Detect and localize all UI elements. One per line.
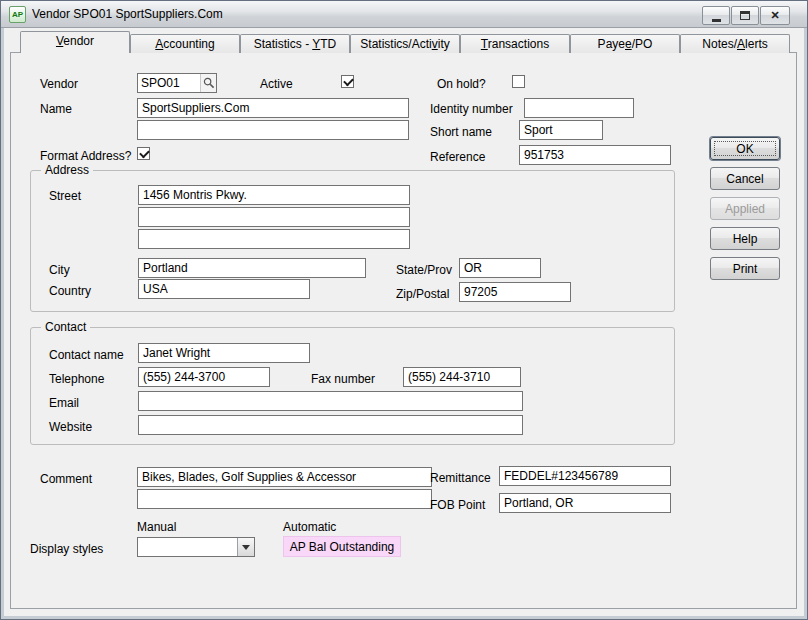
cancel-button[interactable]: Cancel — [710, 167, 780, 190]
close-icon — [770, 7, 779, 24]
close-button[interactable] — [760, 6, 790, 25]
email-label: Email — [49, 396, 79, 410]
identity-number-label: Identity number — [430, 102, 513, 116]
street-label: Street — [49, 189, 81, 203]
automatic-label: Automatic — [283, 520, 336, 534]
zip-postal-input[interactable] — [459, 282, 571, 302]
street-line3-input[interactable] — [138, 229, 410, 249]
format-address-checkbox[interactable] — [137, 147, 150, 160]
on-hold-label: On hold? — [437, 77, 486, 91]
minimize-icon — [712, 19, 721, 22]
titlebar: AP Vendor SPO01 SportSuppliers.Com — [1, 1, 807, 28]
city-label: City — [49, 263, 70, 277]
name-label: Name — [40, 102, 72, 116]
address-group: Address Street City State/Prov Country Z… — [30, 170, 675, 312]
help-button[interactable]: Help — [710, 227, 780, 250]
reference-input[interactable] — [519, 145, 671, 165]
vendor-code-field[interactable] — [137, 73, 217, 93]
automatic-style-value: AP Bal Outstanding — [283, 536, 401, 557]
telephone-input[interactable] — [138, 367, 270, 387]
manual-style-select[interactable] — [137, 537, 255, 557]
contact-legend: Contact — [41, 321, 90, 334]
comment-line2-input[interactable] — [137, 489, 432, 509]
vendor-label: Vendor — [40, 77, 78, 91]
print-button[interactable]: Print — [710, 257, 780, 280]
fax-number-input[interactable] — [403, 367, 521, 387]
country-input[interactable] — [138, 279, 310, 299]
city-input[interactable] — [138, 258, 366, 278]
maximize-icon — [740, 11, 750, 20]
contact-name-label: Contact name — [49, 348, 124, 362]
tab-vendor[interactable]: Vendor — [20, 31, 130, 53]
state-prov-label: State/Prov — [396, 263, 452, 277]
comment-label: Comment — [40, 472, 92, 486]
tab-statistics-ytd[interactable]: Statistics - YTD — [240, 34, 350, 53]
tab-payee-po[interactable]: Payee/PO — [570, 34, 680, 53]
fob-point-input[interactable] — [499, 493, 671, 513]
short-name-input[interactable] — [519, 120, 603, 140]
reference-label: Reference — [430, 150, 485, 164]
vendor-input[interactable] — [138, 74, 200, 92]
applied-button: Applied — [710, 197, 780, 220]
chevron-down-icon — [242, 545, 250, 550]
vendor-window: AP Vendor SPO01 SportSuppliers.Com Vendo… — [0, 0, 808, 620]
tab-notes-alerts[interactable]: Notes/Alerts — [680, 34, 790, 53]
website-label: Website — [49, 420, 92, 434]
minimize-button[interactable] — [702, 6, 730, 25]
format-address-label: Format Address? — [40, 149, 131, 163]
ok-button[interactable]: OK — [710, 137, 780, 160]
telephone-label: Telephone — [49, 372, 104, 386]
state-prov-input[interactable] — [459, 258, 541, 278]
tab-transactions[interactable]: Transactions — [460, 34, 570, 53]
manual-label: Manual — [137, 520, 176, 534]
street-line1-input[interactable] — [138, 185, 410, 205]
active-checkbox[interactable] — [341, 75, 354, 88]
maximize-button[interactable] — [731, 6, 759, 25]
active-label: Active — [260, 77, 293, 91]
country-label: Country — [49, 284, 91, 298]
name-input[interactable] — [137, 98, 409, 118]
identity-number-input[interactable] — [524, 98, 634, 118]
dropdown-button[interactable] — [237, 538, 254, 556]
email-input[interactable] — [138, 391, 523, 411]
contact-name-input[interactable] — [138, 343, 310, 363]
finder-icon[interactable] — [200, 74, 216, 92]
remittance-label: Remittance — [430, 471, 491, 485]
street-line2-input[interactable] — [138, 207, 410, 227]
remittance-input[interactable] — [499, 466, 671, 486]
comment-line1-input[interactable] — [137, 467, 432, 487]
display-styles-label: Display styles — [30, 542, 103, 556]
window-title: Vendor SPO01 SportSuppliers.Com — [32, 1, 223, 27]
tab-accounting[interactable]: Accounting — [130, 34, 240, 53]
address-legend: Address — [41, 164, 93, 177]
fax-number-label: Fax number — [311, 372, 375, 386]
zip-postal-label: Zip/Postal — [396, 287, 449, 301]
app-icon: AP — [9, 6, 26, 23]
short-name-label: Short name — [430, 125, 492, 139]
on-hold-checkbox[interactable] — [512, 75, 525, 88]
contact-group: Contact Contact name Telephone Fax numbe… — [30, 327, 675, 445]
tab-strip: Vendor Accounting Statistics - YTD Stati… — [20, 31, 790, 53]
website-input[interactable] — [138, 415, 523, 435]
tab-statistics-activity[interactable]: Statistics/Activity — [350, 34, 460, 53]
fob-point-label: FOB Point — [430, 498, 485, 512]
name-line2-input[interactable] — [137, 120, 409, 140]
